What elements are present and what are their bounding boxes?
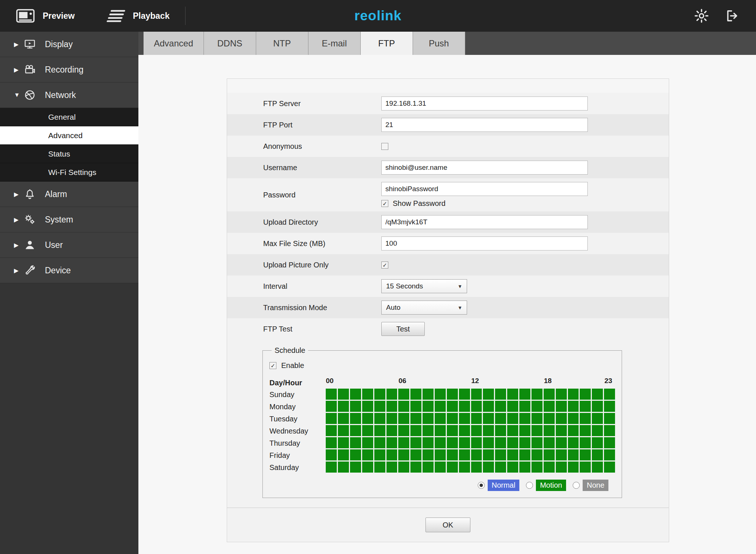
schedule-cell[interactable] xyxy=(435,437,446,448)
schedule-cell[interactable] xyxy=(568,449,579,460)
schedule-cell[interactable] xyxy=(350,389,361,400)
schedule-cell[interactable] xyxy=(338,401,349,412)
schedule-cell[interactable] xyxy=(386,401,398,412)
sidebar-item-device[interactable]: ▶ Device xyxy=(0,258,138,283)
schedule-cell[interactable] xyxy=(447,389,458,400)
schedule-cell[interactable] xyxy=(483,449,494,460)
sidebar-subitem-wifi-settings[interactable]: Wi-Fi Settings xyxy=(0,163,138,182)
schedule-cell[interactable] xyxy=(447,401,458,412)
schedule-cell[interactable] xyxy=(592,449,603,460)
schedule-cell[interactable] xyxy=(556,389,567,400)
schedule-cell[interactable] xyxy=(398,425,409,436)
schedule-cell[interactable] xyxy=(338,462,349,473)
schedule-enable-checkbox[interactable]: ✓ xyxy=(269,362,276,369)
schedule-cell[interactable] xyxy=(519,413,530,424)
schedule-cell[interactable] xyxy=(447,437,458,448)
sidebar-item-system[interactable]: ▶ System xyxy=(0,207,138,232)
schedule-cell[interactable] xyxy=(423,401,434,412)
logout-icon[interactable] xyxy=(725,8,740,23)
settings-gear-icon[interactable] xyxy=(694,8,709,23)
schedule-cell[interactable] xyxy=(580,401,591,412)
schedule-cell[interactable] xyxy=(435,401,446,412)
schedule-cell[interactable] xyxy=(592,462,603,473)
schedule-cell[interactable] xyxy=(580,413,591,424)
schedule-cell[interactable] xyxy=(483,413,494,424)
mode-radio-normal[interactable] xyxy=(478,482,485,489)
schedule-cell[interactable] xyxy=(362,401,373,412)
schedule-cell[interactable] xyxy=(519,449,530,460)
schedule-cell[interactable] xyxy=(362,449,373,460)
schedule-cell[interactable] xyxy=(580,462,591,473)
schedule-cell[interactable] xyxy=(362,389,373,400)
tab-email[interactable]: E-mail xyxy=(308,32,361,55)
schedule-cell[interactable] xyxy=(556,425,567,436)
schedule-cell[interactable] xyxy=(604,449,615,460)
schedule-cell[interactable] xyxy=(398,449,409,460)
schedule-cell[interactable] xyxy=(459,425,470,436)
schedule-cell[interactable] xyxy=(531,425,543,436)
schedule-cell[interactable] xyxy=(447,413,458,424)
schedule-cell[interactable] xyxy=(568,462,579,473)
ftp-test-button[interactable]: Test xyxy=(381,322,425,336)
schedule-cell[interactable] xyxy=(435,462,446,473)
schedule-cell[interactable] xyxy=(410,449,421,460)
schedule-cell[interactable] xyxy=(471,425,482,436)
schedule-cell[interactable] xyxy=(447,425,458,436)
schedule-cell[interactable] xyxy=(398,437,409,448)
schedule-cell[interactable] xyxy=(350,425,361,436)
schedule-cell[interactable] xyxy=(495,462,506,473)
schedule-cell[interactable] xyxy=(386,437,398,448)
schedule-cell[interactable] xyxy=(471,437,482,448)
schedule-cell[interactable] xyxy=(410,437,421,448)
schedule-cell[interactable] xyxy=(459,413,470,424)
schedule-cell[interactable] xyxy=(507,401,518,412)
schedule-cell[interactable] xyxy=(544,449,555,460)
schedule-cell[interactable] xyxy=(556,462,567,473)
schedule-cell[interactable] xyxy=(423,389,434,400)
username-input[interactable] xyxy=(381,161,588,175)
schedule-cell[interactable] xyxy=(350,413,361,424)
schedule-cell[interactable] xyxy=(362,413,373,424)
schedule-cell[interactable] xyxy=(556,437,567,448)
schedule-cell[interactable] xyxy=(592,389,603,400)
schedule-cell[interactable] xyxy=(386,462,398,473)
schedule-cell[interactable] xyxy=(592,401,603,412)
sidebar-subitem-advanced[interactable]: Advanced xyxy=(0,126,138,145)
schedule-cell[interactable] xyxy=(410,462,421,473)
schedule-cell[interactable] xyxy=(580,437,591,448)
schedule-cell[interactable] xyxy=(568,425,579,436)
preview-button[interactable]: Preview xyxy=(0,0,90,32)
schedule-cell[interactable] xyxy=(531,413,543,424)
schedule-cell[interactable] xyxy=(386,425,398,436)
schedule-cell[interactable] xyxy=(386,449,398,460)
mode-radio-motion[interactable] xyxy=(526,482,533,489)
mode-badge-none[interactable]: None xyxy=(583,480,608,491)
schedule-cell[interactable] xyxy=(459,401,470,412)
schedule-cell[interactable] xyxy=(507,449,518,460)
schedule-cell[interactable] xyxy=(326,389,337,400)
schedule-cell[interactable] xyxy=(544,462,555,473)
mode-badge-normal[interactable]: Normal xyxy=(488,480,519,491)
schedule-cell[interactable] xyxy=(350,401,361,412)
schedule-cell[interactable] xyxy=(568,389,579,400)
password-input[interactable] xyxy=(381,182,588,196)
schedule-cell[interactable] xyxy=(374,413,385,424)
schedule-cell[interactable] xyxy=(495,437,506,448)
schedule-cell[interactable] xyxy=(362,425,373,436)
schedule-cell[interactable] xyxy=(556,401,567,412)
schedule-cell[interactable] xyxy=(519,389,530,400)
schedule-cell[interactable] xyxy=(398,389,409,400)
schedule-cell[interactable] xyxy=(495,449,506,460)
schedule-cell[interactable] xyxy=(459,462,470,473)
schedule-cell[interactable] xyxy=(544,437,555,448)
schedule-cell[interactable] xyxy=(519,437,530,448)
schedule-cell[interactable] xyxy=(374,425,385,436)
tab-advanced[interactable]: Advanced xyxy=(144,32,204,55)
schedule-cell[interactable] xyxy=(374,389,385,400)
sidebar-subitem-general[interactable]: General xyxy=(0,108,138,126)
schedule-cell[interactable] xyxy=(338,389,349,400)
schedule-cell[interactable] xyxy=(471,401,482,412)
schedule-cell[interactable] xyxy=(338,413,349,424)
schedule-cell[interactable] xyxy=(556,413,567,424)
sidebar-subitem-status[interactable]: Status xyxy=(0,145,138,163)
